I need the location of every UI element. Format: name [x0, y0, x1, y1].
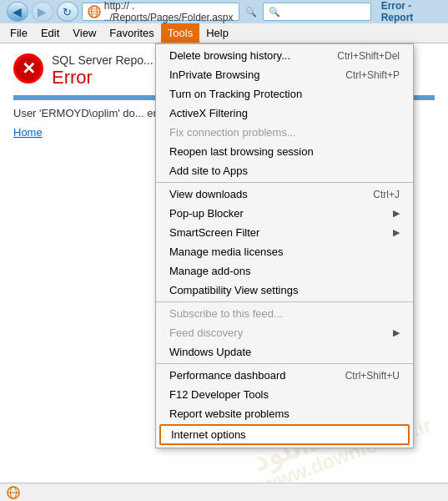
- menu-addons[interactable]: Manage add-ons: [156, 261, 413, 281]
- page-title: Error - Report: [381, 0, 441, 23]
- menu-report-problems[interactable]: Report website problems: [156, 404, 413, 423]
- menu-f12-tools[interactable]: F12 Developer Tools: [156, 385, 413, 404]
- error-title-block: SQL Server Repo... Error: [52, 53, 154, 89]
- menu-tracking[interactable]: Turn on Tracking Protection: [156, 84, 413, 104]
- separator-1: [156, 182, 413, 183]
- menu-perf-dashboard[interactable]: Performance dashboard Ctrl+Shift+U: [156, 366, 413, 385]
- menu-popup-blocker[interactable]: Pop-up Blocker ▶: [156, 204, 413, 223]
- menu-edit[interactable]: Edit: [34, 23, 66, 43]
- ie-status-icon: [7, 486, 20, 499]
- menu-bar: File Edit View Favorites Tools Help: [0, 23, 448, 43]
- refresh-button[interactable]: ↻: [57, 2, 78, 22]
- dropdown-menu-container: Delete browsing history... Ctrl+Shift+De…: [155, 43, 414, 448]
- home-link[interactable]: Home: [13, 126, 43, 139]
- page-subtitle: SQL Server Repo...: [52, 53, 154, 67]
- menu-view[interactable]: View: [66, 23, 103, 43]
- ie-globe-icon: [88, 5, 101, 18]
- menu-activex[interactable]: ActiveX Filtering: [156, 104, 413, 123]
- menu-help[interactable]: Help: [199, 23, 235, 43]
- search-go-button[interactable]: 🔍: [243, 3, 259, 21]
- menu-feed-discovery: Feed discovery ▶: [156, 323, 413, 342]
- address-text: http:// . ../Reports/Pages/Folder.aspx: [104, 0, 234, 23]
- menu-reopen[interactable]: Reopen last browsing session: [156, 142, 413, 161]
- title-bar: ◀ ▶ ↻ http:// . ../Reports/Pages/Folder.…: [0, 0, 448, 23]
- forward-button[interactable]: ▶: [32, 2, 53, 22]
- menu-internet-options[interactable]: Internet options: [159, 424, 410, 445]
- back-button[interactable]: ◀: [7, 2, 28, 22]
- menu-tools[interactable]: Tools: [161, 23, 199, 43]
- separator-2: [156, 301, 413, 302]
- search-bar[interactable]: 🔍: [263, 3, 371, 21]
- separator-3: [156, 363, 413, 364]
- status-bar: [0, 483, 448, 501]
- error-title: Error: [52, 67, 154, 89]
- menu-smartscreen[interactable]: SmartScreen Filter ▶: [156, 223, 413, 242]
- menu-windows-update[interactable]: Windows Update: [156, 342, 413, 362]
- address-bar[interactable]: http:// . ../Reports/Pages/Folder.aspx: [82, 3, 239, 21]
- search-placeholder: 🔍: [269, 7, 280, 18]
- tools-dropdown: Delete browsing history... Ctrl+Shift+De…: [155, 43, 414, 448]
- menu-file[interactable]: File: [3, 23, 34, 43]
- error-icon: ✕: [13, 53, 43, 84]
- menu-subscribe-feed: Subscribe to this feed...: [156, 304, 413, 323]
- menu-favorites[interactable]: Favorites: [103, 23, 160, 43]
- menu-fix-connection: Fix connection problems...: [156, 123, 413, 142]
- menu-view-downloads[interactable]: View downloads Ctrl+J: [156, 185, 413, 204]
- menu-delete-history[interactable]: Delete browsing history... Ctrl+Shift+De…: [156, 46, 413, 65]
- menu-inprivate[interactable]: InPrivate Browsing Ctrl+Shift+P: [156, 65, 413, 84]
- menu-compat-view[interactable]: Compatibility View settings: [156, 281, 413, 300]
- menu-add-site[interactable]: Add site to Apps: [156, 161, 413, 180]
- menu-media-licenses[interactable]: Manage media licenses: [156, 242, 413, 261]
